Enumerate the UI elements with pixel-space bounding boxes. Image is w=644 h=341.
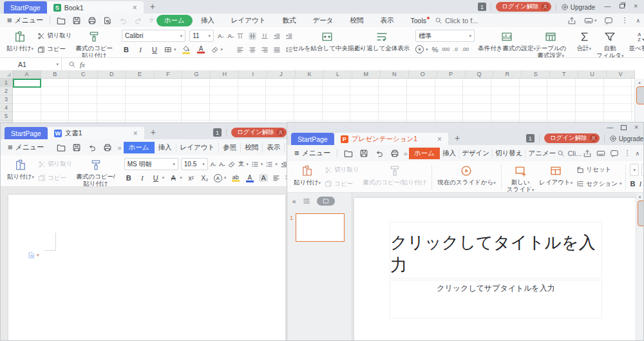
menu-tab[interactable]: 表示	[372, 16, 402, 25]
font-size-select[interactable]: 10.5▾	[181, 158, 208, 170]
merge-center-button[interactable]: セルを結合して中央揃え▾	[299, 29, 355, 56]
comment-icon[interactable]	[610, 149, 619, 158]
logout-button[interactable]: ログイン解除	[231, 128, 287, 137]
grow-font-button[interactable]: A˖	[211, 161, 217, 168]
logout-button[interactable]: ログイン解除	[544, 133, 600, 143]
tab-presentation1[interactable]: P プレゼンテーション1 ×	[334, 133, 448, 145]
menu-tab[interactable]: レイアウト	[223, 16, 274, 25]
percent-button[interactable]: %	[432, 46, 439, 54]
save-button[interactable]	[69, 143, 84, 152]
tab-home[interactable]: ホーム	[409, 148, 440, 159]
bold-button[interactable]: B	[124, 174, 133, 182]
table-style-button[interactable]: テーブルの書式設定▾	[533, 29, 569, 56]
new-slide-button[interactable]: 新しいスライド▾	[504, 163, 536, 191]
share-icon[interactable]	[567, 16, 576, 25]
close-button[interactable]: ×	[634, 3, 638, 10]
new-tab-button[interactable]: +	[151, 127, 156, 137]
column-header[interactable]: O	[409, 70, 437, 78]
column-header[interactable]: J	[267, 70, 296, 78]
autofilter-button[interactable]: 自動フィルタ▾	[594, 29, 626, 56]
selected-cell-a1[interactable]	[13, 79, 41, 88]
upgrade-button[interactable]: Upgrade	[561, 3, 595, 11]
minimize-button[interactable]: —	[607, 124, 613, 131]
number-format-select[interactable]: 標準▾	[415, 30, 475, 42]
copy-button[interactable]: コピー	[325, 177, 359, 190]
search-box[interactable]: Click to f...	[430, 17, 483, 24]
bold-button[interactable]: B	[630, 180, 635, 188]
increase-indent-button[interactable]	[285, 32, 293, 40]
align-middle-button[interactable]	[249, 32, 256, 40]
share-icon[interactable]	[583, 149, 592, 158]
align-left-button[interactable]	[236, 46, 244, 54]
menu-tab[interactable]: 表示	[262, 143, 284, 152]
undo-button[interactable]	[84, 143, 100, 152]
menu-tab[interactable]: デザイン	[459, 149, 492, 158]
tab-book1[interactable]: S Book1 ×	[47, 1, 144, 14]
more-options-icon[interactable]: ⋮	[621, 16, 628, 24]
clear-format-icon[interactable]	[228, 161, 236, 168]
menu-tab[interactable]: 校閲	[342, 16, 372, 25]
sidebar-toggle[interactable]: ▾	[584, 16, 597, 25]
cut-button[interactable]: 切り取り	[37, 30, 71, 43]
collapse-ribbon-icon[interactable]: ∧	[635, 150, 639, 157]
column-header[interactable]: H	[211, 70, 239, 78]
numbered-list-button[interactable]: ▾	[265, 161, 278, 168]
column-header[interactable]: Q	[466, 70, 494, 78]
tab-home[interactable]: ホーム	[124, 142, 155, 153]
font-name-select[interactable]: ▾	[630, 164, 639, 176]
align-center-button[interactable]	[249, 46, 256, 54]
decrease-indent-button[interactable]	[273, 32, 281, 40]
minimize-button[interactable]: —	[604, 3, 611, 10]
open-button[interactable]	[53, 16, 69, 25]
redo-button[interactable]	[131, 16, 146, 25]
menu-tab[interactable]: 挿入	[440, 149, 459, 158]
notification-badge[interactable]: 1	[478, 3, 486, 11]
select-all-corner[interactable]	[0, 70, 13, 79]
print-preview-button[interactable]	[100, 16, 115, 25]
outline-view-icon[interactable]	[303, 197, 310, 205]
slide-canvas[interactable]: クリックしてタイトルを入力 クリックしてサブタイトルを入力	[354, 198, 638, 341]
search-box[interactable]: Cli...	[556, 150, 583, 157]
collapse-panel-icon[interactable]: «	[292, 198, 296, 205]
italic-button[interactable]: I	[639, 180, 641, 188]
column-header[interactable]: N	[381, 70, 409, 78]
paste-button[interactable]: 貼り付け▾	[291, 163, 323, 191]
shrink-font-button[interactable]: A˗	[219, 161, 225, 168]
column-header[interactable]: L	[324, 70, 352, 78]
open-button[interactable]	[53, 143, 69, 152]
cell-area[interactable]	[13, 79, 635, 123]
format-painter-button[interactable]: 書式のコピー/貼り付け	[360, 163, 429, 191]
column-header[interactable]: B	[41, 70, 70, 78]
zoom-formula-icon[interactable]	[68, 61, 76, 68]
ruby-button[interactable]: 支▾	[238, 160, 249, 168]
tab-home[interactable]: ホーム	[156, 15, 193, 26]
formula-input[interactable]	[90, 58, 644, 70]
undo-button[interactable]	[372, 149, 387, 158]
scrollbar-thumb[interactable]	[638, 200, 643, 226]
restore-button[interactable]	[620, 4, 625, 8]
close-button[interactable]: ×	[634, 124, 638, 131]
more-tools-icon[interactable]: »	[115, 144, 123, 151]
row-header[interactable]: 3	[0, 95, 12, 104]
column-header[interactable]: R	[493, 70, 522, 78]
tab-document1[interactable]: W 文書1 ×	[48, 127, 144, 139]
font-color-button[interactable]: A	[196, 45, 206, 54]
conditional-format-button[interactable]: 条件付き書式の設定▾	[481, 29, 533, 56]
menu-tab[interactable]: 校閲	[240, 143, 262, 152]
slideshow-from-current-button[interactable]: 現在のスライドから▾	[435, 163, 498, 191]
menu-tab[interactable]: 数式	[274, 16, 305, 25]
title-placeholder[interactable]: クリックしてタイトルを入力	[390, 222, 602, 278]
save-button[interactable]	[356, 149, 372, 158]
tab-startpage[interactable]: StartPage	[4, 1, 47, 14]
clear-button[interactable]: ▾	[211, 46, 223, 54]
tab-close-icon[interactable]: ×	[116, 3, 137, 12]
notification-badge[interactable]: 1	[213, 128, 222, 137]
column-header[interactable]: I	[239, 70, 267, 78]
logout-button[interactable]: ログイン解除	[496, 2, 551, 12]
quickbar-dropdown[interactable]: ▽	[146, 18, 156, 23]
tab-close-icon[interactable]: ×	[421, 135, 442, 144]
column-header[interactable]: E	[126, 70, 155, 78]
main-menu-button[interactable]: ≡メニュー	[5, 142, 47, 152]
align-justify-button[interactable]	[273, 46, 281, 54]
underline-button[interactable]: U	[150, 46, 159, 54]
